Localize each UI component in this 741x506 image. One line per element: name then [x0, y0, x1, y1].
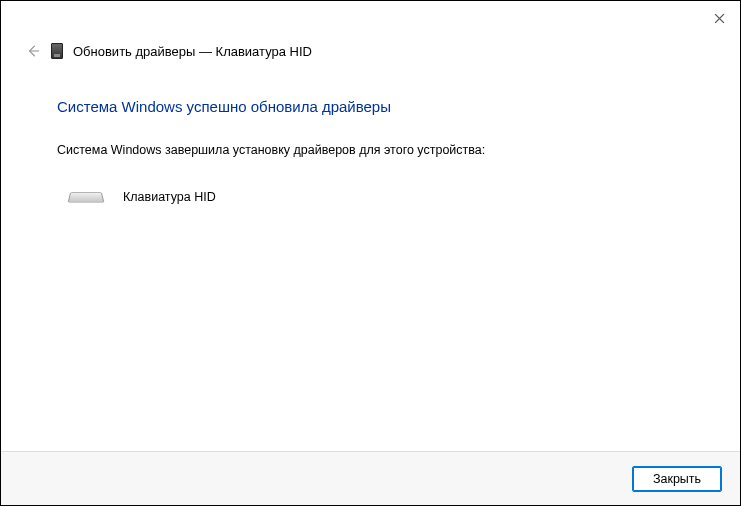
device-type-icon	[51, 43, 63, 59]
dialog-title: Обновить драйверы — Клавиатура HID	[73, 44, 312, 59]
dialog-footer: Закрыть	[1, 451, 740, 505]
content-area: Система Windows успешно обновила драйвер…	[1, 63, 740, 451]
device-name-label: Клавиатура HID	[123, 190, 216, 204]
titlebar	[1, 1, 740, 39]
description-text: Система Windows завершила установку драй…	[57, 143, 684, 157]
driver-update-dialog: Обновить драйверы — Клавиатура HID Систе…	[0, 0, 741, 506]
close-icon[interactable]	[710, 9, 728, 27]
header-row: Обновить драйверы — Клавиатура HID	[1, 39, 740, 63]
close-button[interactable]: Закрыть	[632, 466, 722, 492]
success-heading: Система Windows успешно обновила драйвер…	[57, 98, 684, 115]
back-arrow-icon	[25, 43, 41, 59]
keyboard-icon	[68, 192, 105, 202]
device-row: Клавиатура HID	[57, 189, 684, 205]
